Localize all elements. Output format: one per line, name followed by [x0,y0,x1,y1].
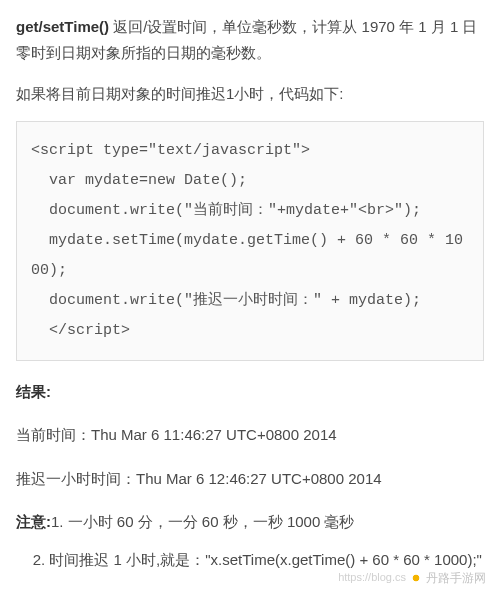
note-2: 2. 时间推迟 1 小时,就是："x.setTime(x.getTime() +… [16,547,484,573]
note-2-text: 2. 时间推迟 1 小时,就是："x.setTime(x.getTime() +… [33,551,482,568]
code-block: <script type="text/javascript"> var myda… [16,121,484,361]
method-name: get/setTime() [16,18,109,35]
result-line-delayed: 推迟一小时时间：Thu Mar 6 12:46:27 UTC+0800 2014 [16,466,484,492]
note-1: 注意:1. 一小时 60 分，一分 60 秒，一秒 1000 毫秒 [16,509,484,535]
flower-icon [410,572,422,584]
intro-paragraph: get/setTime() 返回/设置时间，单位毫秒数，计算从 1970 年 1… [16,14,484,65]
note-label: 注意: [16,513,51,530]
result-heading: 结果: [16,379,484,405]
note-1-text: 1. 一小时 60 分，一分 60 秒，一秒 1000 毫秒 [51,513,354,530]
result-line-current: 当前时间：Thu Mar 6 11:46:27 UTC+0800 2014 [16,422,484,448]
lead-paragraph: 如果将目前日期对象的时间推迟1小时，代码如下: [16,81,484,107]
